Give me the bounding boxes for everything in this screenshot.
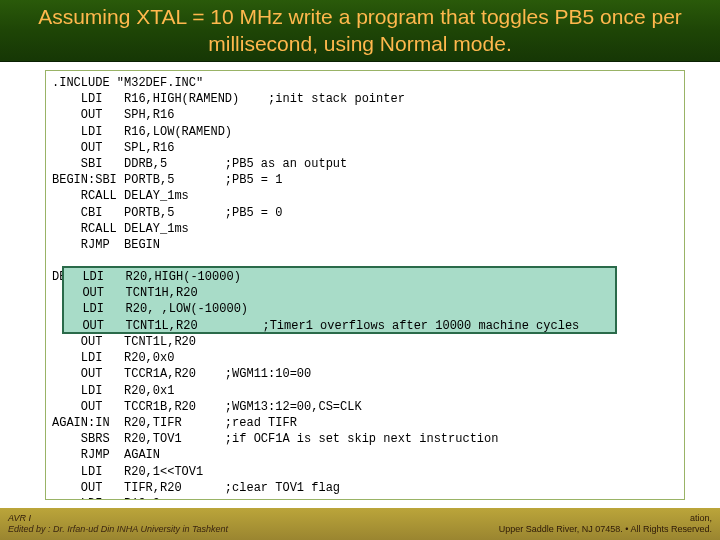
footer-pub-1: ation,: [690, 513, 712, 523]
footer-right: ation, Upper Saddle River, NJ 07458. • A…: [499, 513, 712, 535]
footer-left: AVR I Edited by : Dr. Irfan-ud Din INHA …: [8, 513, 228, 535]
footer-book: AVR I: [8, 513, 31, 523]
footer-bar: AVR I Edited by : Dr. Irfan-ud Din INHA …: [0, 508, 720, 540]
title-bar: Assuming XTAL = 10 MHz write a program t…: [0, 0, 720, 62]
highlight-overlay: LDI R20,HIGH(-10000) OUT TCNT1H,R20 LDI …: [62, 266, 617, 334]
footer-editor: Edited by : Dr. Irfan-ud Din INHA Univer…: [8, 524, 228, 534]
footer-pub-2: Upper Saddle River, NJ 07458. • All Righ…: [499, 524, 712, 534]
slide-title: Assuming XTAL = 10 MHz write a program t…: [20, 4, 700, 57]
